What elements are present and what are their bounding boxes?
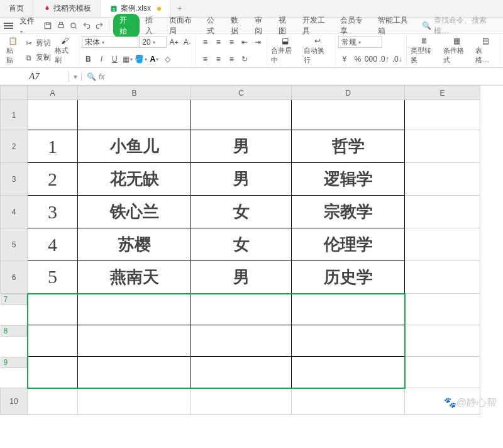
cell-B10[interactable] (78, 388, 191, 415)
clear-format-button[interactable]: ◇ (161, 53, 174, 65)
cell-D2[interactable]: 哲学 (292, 130, 405, 163)
menu-view[interactable]: 视图 (274, 15, 297, 36)
cell-B2[interactable]: 小鱼儿 (78, 130, 191, 163)
cell-A9[interactable] (28, 357, 78, 388)
italic-button[interactable]: I (95, 53, 108, 65)
underline-button[interactable]: U (108, 53, 121, 65)
menu-start[interactable]: 开始 (113, 14, 140, 38)
cell-B6[interactable]: 燕南天 (78, 261, 191, 294)
cell-D8[interactable] (292, 325, 405, 357)
col-header-B[interactable]: B (78, 86, 191, 100)
font-color-button[interactable]: A▾ (148, 53, 160, 65)
indent-increase-icon[interactable]: ⇥ (252, 36, 264, 48)
col-header-E[interactable]: E (405, 86, 480, 100)
paste-button[interactable]: 📋 粘贴 (5, 36, 21, 65)
row-header-9[interactable]: 9 (1, 357, 27, 368)
preview-icon[interactable] (68, 20, 79, 32)
cell-E6[interactable] (405, 261, 480, 294)
copy-button[interactable]: ⧉复制 (22, 51, 53, 64)
conditional-format-button[interactable]: ▦条件格式 (442, 36, 472, 65)
number-format-select[interactable]: 常规▾ (338, 36, 382, 48)
align-middle-icon[interactable]: ≡ (212, 36, 224, 48)
cell-A4[interactable]: 3 (28, 196, 78, 228)
cell-B8[interactable] (78, 325, 191, 357)
font-size-select[interactable]: 20▾ (139, 36, 167, 48)
merge-center-button[interactable]: ⬓合并居中 (270, 36, 300, 65)
decrease-font-icon[interactable]: A- (180, 36, 193, 48)
border-button[interactable]: ▦▾ (121, 53, 134, 65)
menu-pagelayout[interactable]: 页面布局 (165, 15, 201, 36)
cell-D5[interactable]: 伦理学 (292, 228, 405, 261)
cell-B3[interactable]: 花无缺 (78, 163, 191, 196)
cell-C8[interactable] (191, 325, 292, 357)
row-header-3[interactable]: 3 (1, 163, 28, 196)
cell-C6[interactable]: 男 (191, 261, 292, 294)
cell-D7[interactable] (292, 294, 405, 325)
font-name-select[interactable]: 宋体▾ (82, 36, 138, 48)
cell-B7[interactable] (78, 294, 191, 325)
cell-A2[interactable]: 1 (28, 130, 78, 163)
select-all-corner[interactable] (1, 86, 28, 100)
cell-C4[interactable]: 女 (191, 196, 292, 228)
cell-C1[interactable]: 性别 (191, 100, 292, 130)
inc-decimal-icon[interactable]: .0↑ (378, 53, 390, 65)
cell-E7[interactable] (405, 294, 480, 325)
save-icon[interactable] (42, 20, 53, 32)
row-header-4[interactable]: 4 (1, 196, 28, 228)
cell-C9[interactable] (191, 357, 292, 388)
menu-smarttools[interactable]: 智能工具箱 (373, 15, 417, 36)
cell-B9[interactable] (78, 357, 191, 388)
cell-C5[interactable]: 女 (191, 228, 292, 261)
bold-button[interactable]: B (82, 53, 94, 65)
cell-E4[interactable] (405, 196, 480, 228)
col-header-C[interactable]: C (191, 86, 292, 100)
hamburger-icon[interactable] (4, 21, 13, 30)
cell-D1[interactable]: 专业 (292, 100, 405, 130)
table-format-button[interactable]: ▤表格… (474, 36, 497, 65)
command-search[interactable]: 🔍 查找命令、搜索模… (418, 15, 499, 36)
menu-insert[interactable]: 插入 (141, 15, 163, 36)
redo-icon[interactable] (94, 20, 105, 32)
indent-decrease-icon[interactable]: ⇤ (238, 36, 251, 48)
cell-B1[interactable]: 姓名 (78, 100, 191, 130)
cell-E9[interactable] (405, 357, 480, 388)
menu-file[interactable]: 文件▾ (14, 16, 41, 35)
cell-D6[interactable]: 历史学 (292, 261, 405, 294)
cell-A8[interactable] (28, 325, 78, 357)
menu-member[interactable]: 会员专享 (336, 15, 372, 36)
name-box[interactable]: A7 (0, 71, 69, 82)
cell-B5[interactable]: 苏樱 (78, 228, 191, 261)
row-header-1[interactable]: 1 (1, 100, 28, 130)
fx-button[interactable]: 🔍fx (82, 72, 109, 81)
menu-formula[interactable]: 公式 (202, 15, 225, 36)
cell-E2[interactable] (405, 130, 480, 163)
cell-A7[interactable] (28, 294, 78, 325)
cut-button[interactable]: ✂剪切 (22, 36, 53, 50)
row-header-6[interactable]: 6 (1, 261, 28, 294)
row-header-8[interactable]: 8 (1, 325, 27, 337)
col-header-D[interactable]: D (292, 86, 405, 100)
wrap-text-button[interactable]: ↩自动换行 (302, 36, 333, 65)
menu-review[interactable]: 审阅 (250, 15, 273, 36)
fill-color-button[interactable]: 🪣▾ (135, 53, 147, 65)
increase-font-icon[interactable]: A+ (167, 36, 180, 48)
orientation-icon[interactable]: ↻ (238, 53, 251, 65)
cell-A10[interactable] (28, 388, 78, 415)
percent-icon[interactable]: % (351, 53, 364, 65)
row-header-7[interactable]: 7 (1, 294, 27, 305)
row-header-10[interactable]: 10 (1, 388, 28, 415)
menu-devtools[interactable]: 开发工具 (298, 15, 334, 36)
format-painter-button[interactable]: 🖌 格式刷 (53, 36, 77, 65)
print-icon[interactable] (55, 20, 67, 32)
dec-decimal-icon[interactable]: .0↓ (391, 53, 404, 65)
align-center-icon[interactable]: ≡ (212, 53, 224, 65)
cell-D9[interactable] (292, 357, 405, 388)
cell-D4[interactable]: 宗教学 (292, 196, 405, 228)
row-header-5[interactable]: 5 (1, 228, 28, 261)
name-box-dropdown[interactable]: ▾ (69, 72, 82, 81)
align-right-icon[interactable]: ≡ (225, 53, 238, 65)
cell-A6[interactable]: 5 (28, 261, 78, 294)
type-convert-button[interactable]: 🗎类型转换 (409, 36, 439, 65)
align-bottom-icon[interactable]: ≡ (225, 36, 238, 48)
tab-templates[interactable]: 找稻壳模板 (33, 0, 101, 17)
